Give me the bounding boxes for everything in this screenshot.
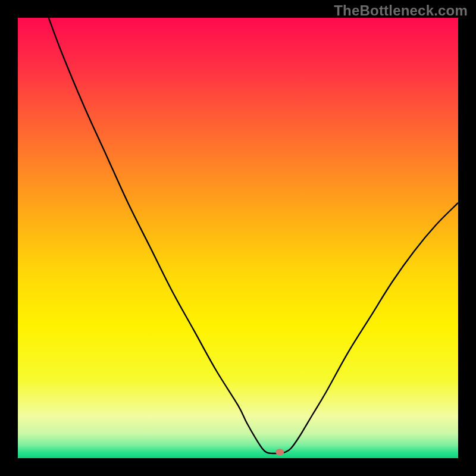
watermark-text: TheBottleneck.com <box>334 2 468 19</box>
gradient-background <box>18 18 458 458</box>
optimal-marker <box>275 449 284 455</box>
chart-plot-area <box>18 18 458 458</box>
chart-frame: TheBottleneck.com <box>0 0 476 476</box>
chart-svg <box>18 18 458 458</box>
